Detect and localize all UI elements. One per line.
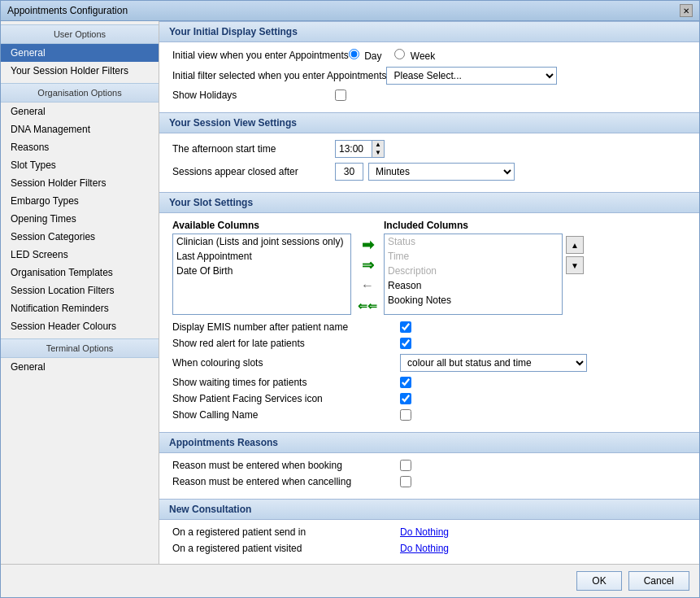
- display-emis-row: Display EMIS number after patient name: [172, 321, 686, 333]
- move-left-button[interactable]: ←: [358, 277, 377, 295]
- initial-display-header: Your Initial Display Settings: [159, 21, 699, 42]
- day-radio-label[interactable]: Day: [349, 49, 382, 62]
- initial-view-controls: Day Week: [349, 49, 436, 62]
- display-emis-label: Display EMIS number after patient name: [172, 321, 400, 333]
- session-view-header: Your Session View Settings: [159, 112, 699, 133]
- time-spinner-box: ▲ ▼: [372, 140, 385, 158]
- registered-send-link[interactable]: Do Nothing: [400, 526, 449, 538]
- sidebar-item-org-session-header-colours[interactable]: Session Header Colours: [1, 317, 159, 335]
- included-col-description[interactable]: Description: [385, 264, 562, 278]
- initial-filter-controls: Please Select...: [386, 67, 557, 85]
- show-red-alert-row: Show red alert for late patients: [172, 338, 686, 349]
- day-radio[interactable]: [349, 49, 359, 59]
- show-waiting-times-label: Show waiting times for patients: [172, 377, 400, 388]
- registered-send-label: On a registered patient send in: [172, 526, 400, 538]
- time-up-button[interactable]: ▲: [372, 141, 384, 149]
- afternoon-start-controls: 13:00 ▲ ▼: [335, 140, 385, 158]
- appointments-reasons-content: Reason must be entered when booking Reas…: [159, 453, 699, 499]
- show-patient-facing-checkbox[interactable]: [400, 393, 411, 404]
- initial-view-row: Initial view when you enter Appointments…: [172, 49, 686, 62]
- included-col-reason[interactable]: Reason: [385, 278, 562, 293]
- user-options-header: User Options: [1, 24, 159, 44]
- sidebar-item-org-embargo-types[interactable]: Embargo Types: [1, 192, 159, 210]
- sidebar-item-org-templates[interactable]: Organisation Templates: [1, 264, 159, 282]
- sidebar-item-org-session-categories[interactable]: Session Categories: [1, 228, 159, 246]
- move-right-all-button[interactable]: ⇒: [358, 256, 377, 274]
- included-col-time[interactable]: Time: [385, 249, 562, 264]
- afternoon-start-label: The afternoon start time: [172, 143, 335, 155]
- available-columns-label: Available Columns: [172, 220, 351, 231]
- show-patient-facing-row: Show Patient Facing Services icon: [172, 393, 686, 404]
- sidebar-item-user-session-holder-filters[interactable]: Your Session Holder Filters: [1, 62, 159, 80]
- when-colouring-label: When colouring slots: [172, 357, 400, 369]
- colouring-slots-row: When colouring slots colour all but stat…: [172, 354, 686, 372]
- new-consultation-header: New Consultation: [159, 499, 699, 520]
- reason-cancelling-checkbox[interactable]: [400, 476, 411, 487]
- available-col-last-appointment[interactable]: Last Appointment: [173, 249, 350, 264]
- available-col-dob[interactable]: Date Of Birth: [173, 264, 350, 278]
- show-patient-facing-label: Show Patient Facing Services icon: [172, 393, 400, 404]
- sidebar-item-org-slot-types[interactable]: Slot Types: [1, 156, 159, 174]
- sessions-closed-row: Sessions appear closed after Minutes Hou…: [172, 163, 686, 181]
- sidebar-item-org-notification-reminders[interactable]: Notification Reminders: [1, 299, 159, 317]
- sidebar-item-user-general[interactable]: General: [1, 44, 159, 62]
- content-area: User Options General Your Session Holder…: [1, 21, 699, 564]
- appointments-reasons-header: Appointments Reasons: [159, 432, 699, 453]
- sidebar-item-org-session-holder-filters[interactable]: Session Holder Filters: [1, 174, 159, 192]
- show-holidays-checkbox[interactable]: [335, 89, 346, 101]
- slot-settings-content: Available Columns Clinician (Lists and j…: [159, 213, 699, 432]
- available-col-clinician[interactable]: Clinician (Lists and joint sessions only…: [173, 234, 350, 249]
- time-value: 13:00: [335, 140, 372, 158]
- move-down-button[interactable]: ▼: [566, 256, 584, 274]
- registered-send-row: On a registered patient send in Do Nothi…: [172, 526, 686, 538]
- included-columns-wrapper: Included Columns Status Time Description…: [384, 220, 584, 315]
- initial-filter-label: Initial filter selected when you enter A…: [172, 70, 386, 81]
- week-radio-label[interactable]: Week: [394, 49, 435, 62]
- sidebar-item-org-general[interactable]: General: [1, 103, 159, 120]
- included-col-status[interactable]: Status: [385, 234, 562, 249]
- sessions-closed-unit-select[interactable]: Minutes Hours: [368, 163, 515, 181]
- show-waiting-times-row: Show waiting times for patients: [172, 377, 686, 388]
- move-up-button[interactable]: ▲: [566, 236, 584, 254]
- sidebar-item-org-dna[interactable]: DNA Management: [1, 120, 159, 138]
- reason-cancelling-row: Reason must be entered when cancelling: [172, 476, 686, 487]
- initial-display-content: Initial view when you enter Appointments…: [159, 42, 699, 112]
- show-waiting-times-checkbox[interactable]: [400, 377, 411, 388]
- initial-view-label: Initial view when you enter Appointments: [172, 50, 349, 61]
- show-red-alert-checkbox[interactable]: [400, 338, 411, 349]
- included-col-booking-notes[interactable]: Booking Notes: [385, 293, 562, 308]
- cancel-button[interactable]: Cancel: [628, 571, 689, 591]
- close-button[interactable]: ✕: [680, 4, 693, 17]
- sidebar-item-terminal-general[interactable]: General: [1, 358, 159, 376]
- move-right-button[interactable]: ➡: [358, 236, 377, 254]
- ok-button[interactable]: OK: [576, 571, 621, 591]
- slot-settings-header: Your Slot Settings: [159, 192, 699, 213]
- session-view-content: The afternoon start time 13:00 ▲ ▼ Sessi…: [159, 133, 699, 192]
- sidebar-item-org-reasons[interactable]: Reasons: [1, 138, 159, 156]
- registered-visited-row: On a registered patient visited Do Nothi…: [172, 543, 686, 554]
- organisation-options-header: Organisation Options: [1, 83, 159, 103]
- initial-filter-row: Initial filter selected when you enter A…: [172, 67, 686, 85]
- show-calling-name-checkbox[interactable]: [400, 409, 411, 421]
- move-up-down-buttons: ▲ ▼: [566, 220, 584, 274]
- sidebar-item-org-opening-times[interactable]: Opening Times: [1, 210, 159, 228]
- sessions-closed-input[interactable]: [335, 163, 363, 181]
- show-holidays-label: Show Holidays: [172, 89, 335, 101]
- columns-container: Available Columns Clinician (Lists and j…: [172, 220, 686, 315]
- move-left-all-button[interactable]: ⇐⇐: [358, 297, 377, 315]
- afternoon-start-row: The afternoon start time 13:00 ▲ ▼: [172, 140, 686, 158]
- show-calling-name-row: Show Calling Name: [172, 409, 686, 421]
- week-radio[interactable]: [394, 49, 405, 59]
- time-down-button[interactable]: ▼: [372, 149, 384, 157]
- reason-cancelling-label: Reason must be entered when cancelling: [172, 476, 400, 487]
- initial-filter-select[interactable]: Please Select...: [386, 67, 557, 85]
- sidebar-item-org-led-screens[interactable]: LED Screens: [1, 246, 159, 264]
- registered-visited-link[interactable]: Do Nothing: [400, 543, 449, 554]
- reason-booking-checkbox[interactable]: [400, 460, 411, 471]
- window-title: Appointments Configuration: [7, 5, 128, 16]
- sidebar-item-org-session-location-filters[interactable]: Session Location Filters: [1, 282, 159, 299]
- display-emis-checkbox[interactable]: [400, 321, 411, 333]
- colouring-slots-select[interactable]: colour all but status and time colour al…: [400, 354, 587, 372]
- included-columns-inner-wrapper: Included Columns Status Time Description…: [384, 220, 563, 315]
- reason-booking-label: Reason must be entered when booking: [172, 460, 400, 471]
